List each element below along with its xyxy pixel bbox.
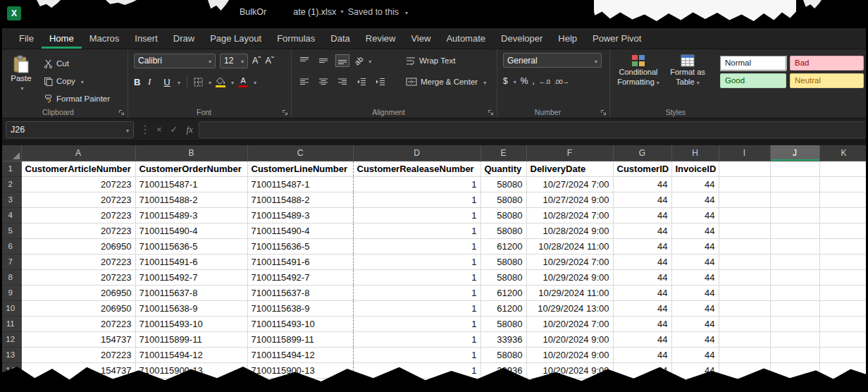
cell-C10[interactable]: 7100115638-9	[247, 300, 353, 316]
menu-tab-data[interactable]: Data	[323, 28, 357, 49]
cell-J1[interactable]	[770, 161, 819, 176]
cell-H10[interactable]: 44	[671, 300, 719, 316]
cell-H5[interactable]: 44	[671, 223, 719, 238]
cell-I11[interactable]	[719, 316, 770, 331]
cell-J10[interactable]	[770, 300, 819, 316]
enter-icon[interactable]: ✓	[170, 124, 178, 135]
cell-D12[interactable]: 1	[353, 331, 480, 347]
align-top-button[interactable]	[297, 54, 311, 67]
cell-G12[interactable]: 44	[613, 331, 671, 347]
cell-C4[interactable]: 7100115489-3	[247, 207, 353, 223]
cell-C6[interactable]: 7100115636-5	[247, 238, 353, 254]
menu-tab-file[interactable]: File	[11, 28, 42, 49]
cell-G13[interactable]: 44	[613, 347, 671, 362]
cell-J7[interactable]	[770, 254, 819, 269]
align-bottom-button[interactable]	[335, 54, 349, 67]
column-header-E[interactable]: E	[480, 145, 526, 161]
fill-color-button[interactable]	[216, 74, 234, 90]
cell-F9[interactable]: 10/29/2024 11:00	[526, 285, 613, 300]
cell-E13[interactable]: 58080	[480, 347, 526, 362]
cell-J3[interactable]	[770, 192, 819, 207]
cell-K3[interactable]	[819, 192, 868, 207]
cell-B3[interactable]: 7100115488-2	[135, 192, 247, 207]
dialog-launcher-icon[interactable]	[282, 109, 288, 116]
conditional-formatting-button[interactable]: Conditional Formatting	[616, 53, 661, 87]
row-header-3[interactable]: 3	[0, 192, 21, 207]
row-header-15[interactable]: 15	[0, 378, 21, 392]
document-title[interactable]: BulkOr ate (1).xlsx • Saved to this	[240, 0, 408, 24]
cell-I3[interactable]	[719, 192, 770, 207]
cell-D2[interactable]: 1	[353, 176, 480, 192]
cell-D8[interactable]: 1	[353, 269, 480, 285]
cell-K9[interactable]	[819, 285, 868, 300]
cell-B6[interactable]: 7100115636-5	[135, 238, 247, 254]
column-header-I[interactable]: I	[719, 145, 770, 161]
cell-E2[interactable]: 58080	[480, 176, 526, 192]
menu-tab-home[interactable]: Home	[42, 28, 82, 49]
column-header-H[interactable]: H	[671, 145, 719, 161]
cell-G5[interactable]: 44	[613, 223, 671, 238]
cell-E3[interactable]: 58080	[480, 192, 526, 207]
menu-tab-review[interactable]: Review	[358, 28, 404, 49]
column-header-A[interactable]: A	[21, 145, 135, 161]
cell-F10[interactable]: 10/29/2024 13:00	[526, 300, 613, 316]
cell-I10[interactable]	[719, 300, 770, 316]
column-header-G[interactable]: G	[613, 145, 671, 161]
font-color-button[interactable]: A	[238, 74, 256, 90]
cell-D14[interactable]: 1	[353, 362, 480, 378]
cell-J12[interactable]	[770, 331, 819, 347]
cell-C2[interactable]: 7100115487-1	[247, 176, 353, 192]
decrease-decimal-button[interactable]: .00→	[554, 73, 569, 89]
cell-K10[interactable]	[819, 300, 868, 316]
cell-D9[interactable]: 1	[353, 285, 480, 300]
cell-D5[interactable]: 1	[353, 223, 480, 238]
cell-F8[interactable]: 10/29/2024 9:00	[526, 269, 613, 285]
increase-font-size-button[interactable]: Aˆ	[252, 53, 261, 68]
cell-C3[interactable]: 7100115488-2	[247, 192, 353, 207]
cell-C1[interactable]: CustomerLineNumber	[247, 161, 353, 176]
cell-style-normal[interactable]: Normal	[720, 56, 786, 71]
cell-C13[interactable]: 7100115494-12	[247, 347, 353, 362]
cell-H7[interactable]: 44	[671, 254, 719, 269]
cell-I13[interactable]	[719, 347, 770, 362]
cell-H2[interactable]: 44	[671, 176, 719, 192]
align-middle-button[interactable]	[316, 54, 330, 67]
cell-I4[interactable]	[719, 207, 770, 223]
format-as-table-button[interactable]: Format as Table	[665, 53, 710, 87]
cell-A5[interactable]: 207223	[21, 223, 135, 238]
percent-style-button[interactable]: %	[521, 73, 528, 89]
cell-B7[interactable]: 7100115491-6	[135, 254, 247, 269]
cell-H11[interactable]: 44	[671, 316, 719, 331]
copy-button[interactable]: Copy	[44, 73, 110, 89]
cell-C9[interactable]: 7100115637-8	[247, 285, 353, 300]
cell-B5[interactable]: 7100115490-4	[135, 223, 247, 238]
menu-tab-formulas[interactable]: Formulas	[269, 28, 323, 49]
cell-B2[interactable]: 7100115487-1	[135, 176, 247, 192]
cell-B10[interactable]: 7100115638-9	[135, 300, 247, 316]
column-header-F[interactable]: F	[526, 145, 613, 161]
column-header-J[interactable]: J	[770, 145, 819, 161]
merge-center-button[interactable]: Merge & Center	[406, 74, 486, 90]
cell-A9[interactable]: 206950	[21, 285, 135, 300]
cell-A14[interactable]: 154737	[21, 362, 135, 378]
increase-decimal-button[interactable]: ←.0	[539, 73, 550, 89]
cell-H12[interactable]: 44	[671, 331, 719, 347]
cell-I2[interactable]	[719, 176, 770, 192]
italic-button[interactable]: I	[148, 74, 158, 90]
row-header-1[interactable]: 1	[0, 161, 21, 176]
insert-function-icon[interactable]: fx	[187, 124, 193, 135]
font-name-select[interactable]: Calibri	[134, 54, 216, 68]
menu-tab-page-layout[interactable]: Page Layout	[202, 28, 269, 49]
dialog-launcher-icon[interactable]	[600, 109, 607, 116]
cell-B4[interactable]: 7100115489-3	[135, 207, 247, 223]
cell-J11[interactable]	[770, 316, 819, 331]
cell-K8[interactable]	[819, 269, 868, 285]
font-size-select[interactable]: 12	[220, 54, 248, 68]
cell-C11[interactable]: 7100115493-10	[247, 316, 353, 331]
cell-J9[interactable]	[770, 285, 819, 300]
menu-tab-macros[interactable]: Macros	[82, 28, 128, 49]
cell-B1[interactable]: CustomerOrderNumber	[135, 161, 247, 176]
cell-B14[interactable]: 7100115900-13	[135, 362, 247, 378]
cell-J14[interactable]	[770, 362, 819, 378]
cell-G7[interactable]: 44	[613, 254, 671, 269]
